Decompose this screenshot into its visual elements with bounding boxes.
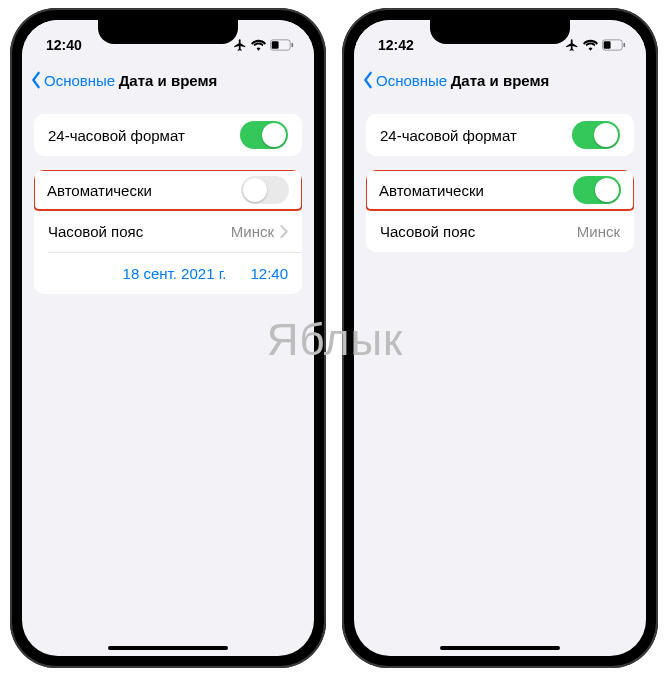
svg-rect-2 (291, 43, 293, 47)
wifi-icon (251, 39, 266, 51)
row-label: Автоматически (47, 182, 152, 199)
chevron-left-icon (30, 71, 42, 89)
toggle-24h[interactable] (240, 121, 288, 149)
page-title: Дата и время (451, 72, 550, 89)
notch (98, 20, 238, 44)
airplane-icon (233, 38, 247, 52)
back-label: Основные (44, 72, 115, 89)
status-time: 12:40 (46, 37, 82, 53)
page-title: Дата и время (119, 72, 218, 89)
row-label: 24-часовой формат (380, 127, 517, 144)
phone-left: 12:40 Основные Дата и время 24-часовой ф… (10, 8, 326, 668)
toggle-auto[interactable] (573, 176, 621, 204)
chevron-left-icon (362, 71, 374, 89)
timezone-value: Минск (231, 223, 274, 240)
time-value[interactable]: 12:40 (250, 265, 288, 282)
settings-group-1: 24-часовой формат (366, 114, 634, 156)
date-value[interactable]: 18 сент. 2021 г. (123, 265, 227, 282)
svg-rect-5 (623, 43, 625, 47)
row-24h-format[interactable]: 24-часовой формат (34, 114, 302, 156)
back-label: Основные (376, 72, 447, 89)
row-label: Часовой пояс (48, 223, 143, 240)
settings-group-2: Автоматически Часовой пояс Минск 18 сент… (34, 170, 302, 294)
toggle-24h[interactable] (572, 121, 620, 149)
back-button[interactable]: Основные (30, 71, 115, 89)
status-time: 12:42 (378, 37, 414, 53)
chevron-right-icon (280, 225, 288, 238)
settings-group-1: 24-часовой формат (34, 114, 302, 156)
notch (430, 20, 570, 44)
back-button[interactable]: Основные (362, 71, 447, 89)
wifi-icon (583, 39, 598, 51)
row-label: Автоматически (379, 182, 484, 199)
battery-icon (602, 39, 626, 51)
row-timezone: Часовой пояс Минск (366, 210, 634, 252)
svg-rect-1 (272, 41, 279, 49)
battery-icon (270, 39, 294, 51)
nav-bar: Основные Дата и время (22, 60, 314, 100)
settings-group-2: Автоматически Часовой пояс Минск (366, 170, 634, 252)
nav-bar: Основные Дата и время (354, 60, 646, 100)
row-label: 24-часовой формат (48, 127, 185, 144)
timezone-value: Минск (577, 223, 620, 240)
home-indicator[interactable] (108, 646, 228, 650)
row-24h-format[interactable]: 24-часовой формат (366, 114, 634, 156)
airplane-icon (565, 38, 579, 52)
row-label: Часовой пояс (380, 223, 475, 240)
row-auto[interactable]: Автоматически (366, 170, 634, 211)
row-timezone[interactable]: Часовой пояс Минск (34, 210, 302, 252)
home-indicator[interactable] (440, 646, 560, 650)
svg-rect-4 (604, 41, 611, 49)
row-datetime[interactable]: 18 сент. 2021 г. 12:40 (34, 252, 302, 294)
toggle-auto[interactable] (241, 176, 289, 204)
row-auto[interactable]: Автоматически (34, 170, 302, 211)
phone-right: 12:42 Основные Дата и время 24-часовой ф… (342, 8, 658, 668)
